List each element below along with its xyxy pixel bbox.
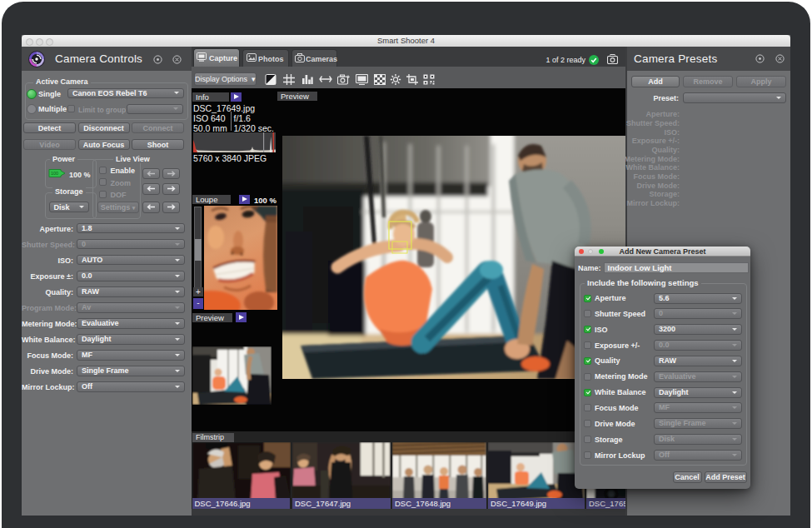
- svg-text:100: 100: [51, 171, 58, 176]
